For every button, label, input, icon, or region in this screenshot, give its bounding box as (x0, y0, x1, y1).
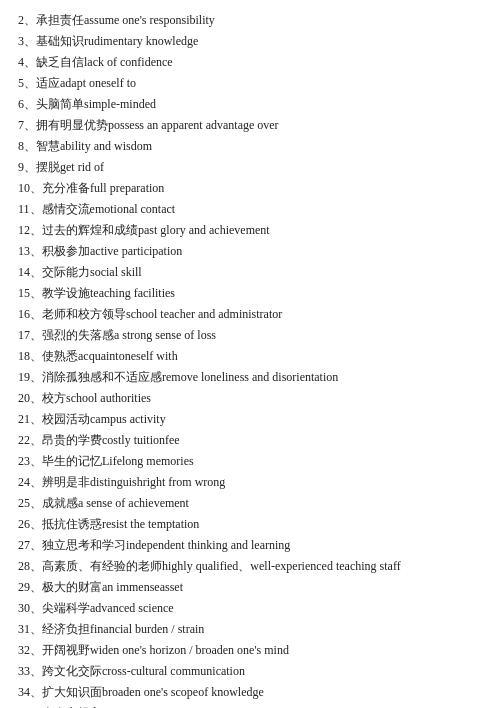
list-item: 17、强烈的失落感a strong sense of loss (18, 325, 482, 346)
list-item: 5、适应adapt oneself to (18, 73, 482, 94)
list-item: 13、积极参加active participation (18, 241, 482, 262)
list-item: 2、承担责任assume one's responsibility (18, 10, 482, 31)
list-item: 11、感情交流emotional contact (18, 199, 482, 220)
list-item: 4、缺乏自信lack of confidence (18, 52, 482, 73)
list-item: 20、校方school authorities (18, 388, 482, 409)
list-item: 12、过去的辉煌和成绩past glory and achievement (18, 220, 482, 241)
list-item: 27、独立思考和学习independent thinking and learn… (18, 535, 482, 556)
list-item: 30、尖端科学advanced science (18, 598, 482, 619)
list-item: 32、开阔视野widen one's horizon / broaden one… (18, 640, 482, 661)
list-item: 33、跨文化交际cross-cultural communication (18, 661, 482, 682)
list-item: 21、校园活动campus activity (18, 409, 482, 430)
list-item: 35、全身心投入be immersed in (18, 703, 482, 708)
list-item: 25、成就感a sense of achievement (18, 493, 482, 514)
list-item: 19、消除孤独感和不适应感remove loneliness and disor… (18, 367, 482, 388)
list-item: 22、昂贵的学费costly tuitionfee (18, 430, 482, 451)
list-item: 34、扩大知识面broaden one's scopeof knowledge (18, 682, 482, 703)
list-item: 15、教学设施teaching facilities (18, 283, 482, 304)
list-item: 3、基础知识rudimentary knowledge (18, 31, 482, 52)
list-item: 9、摆脱get rid of (18, 157, 482, 178)
list-item: 16、老师和校方领导school teacher and administrat… (18, 304, 482, 325)
list-item: 7、拥有明显优势possess an apparent advantage ov… (18, 115, 482, 136)
list-item: 23、毕生的记忆Lifelong memories (18, 451, 482, 472)
list-item: 28、高素质、有经验的老师highly qualified、well-exper… (18, 556, 482, 577)
list-item: 31、经济负担financial burden / strain (18, 619, 482, 640)
list-item: 10、充分准备full preparation (18, 178, 482, 199)
list-item: 6、头脑简单simple-minded (18, 94, 482, 115)
list-item: 26、抵抗住诱惑resist the temptation (18, 514, 482, 535)
list-item: 18、使熟悉acquaintoneself with (18, 346, 482, 367)
list-item: 8、智慧ability and wisdom (18, 136, 482, 157)
list-item: 14、交际能力social skill (18, 262, 482, 283)
list-item: 24、辨明是非distinguishright from wrong (18, 472, 482, 493)
list-item: 29、极大的财富an immenseasset (18, 577, 482, 598)
phrase-list: 2、承担责任assume one's responsibility3、基础知识r… (18, 10, 482, 708)
